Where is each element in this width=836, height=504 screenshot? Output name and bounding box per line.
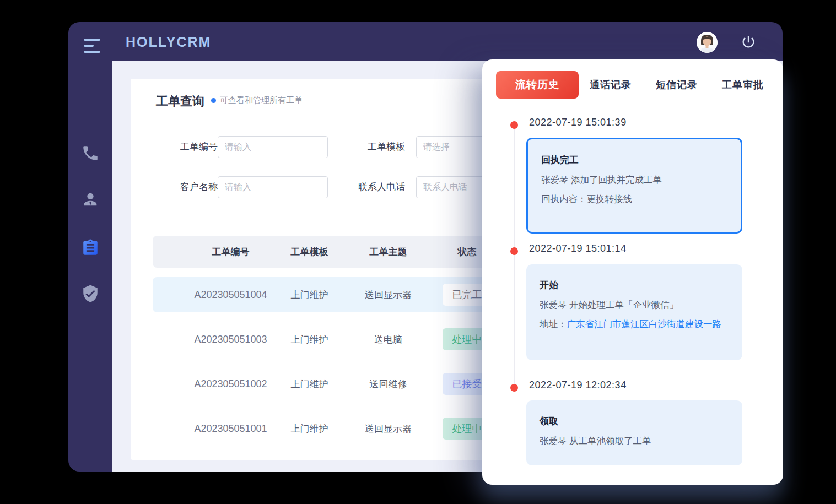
tab-order-approval[interactable]: 工单审批 xyxy=(722,78,764,91)
filter-label-template: 工单模板 xyxy=(339,136,405,158)
timeline-card-start[interactable]: 开始 张爱琴 开始处理工单「企业微信」 地址： 广东省江门市蓬江区白沙街道建设一… xyxy=(526,264,742,360)
cell-order-id: A202305051004 xyxy=(191,289,270,301)
timeline-card-line: 张爱琴 从工单池领取了工单 xyxy=(540,435,729,448)
timeline-card-line: 回执内容：更换转接线 xyxy=(541,193,727,206)
timeline-timestamp: 2022-07-19 12:02:34 xyxy=(529,380,627,391)
cell-template: 上门维护 xyxy=(270,289,349,301)
cell-template: 上门维护 xyxy=(270,378,349,391)
timeline-card-title: 领取 xyxy=(540,415,729,427)
tab-flow-history[interactable]: 流转历史 xyxy=(496,71,579,99)
filter-input-customer[interactable] xyxy=(218,176,328,198)
table-header-order-id: 工单编号 xyxy=(191,246,270,258)
page-title: 工单查询 xyxy=(156,93,204,110)
page-subtitle: 可查看和管理所有工单 xyxy=(220,95,303,106)
sidebar-item-workorders-active[interactable] xyxy=(81,239,100,257)
timeline-card-claimed[interactable]: 领取 张爱琴 从工单池领取了工单 xyxy=(526,400,742,465)
filter-label-contact-phone: 联系人电话 xyxy=(339,176,405,198)
cell-order-id: A202305051001 xyxy=(191,423,270,435)
table-header-subject: 工单主题 xyxy=(349,246,428,258)
tab-call-records[interactable]: 通话记录 xyxy=(590,78,632,91)
cell-template: 上门维护 xyxy=(270,422,349,435)
tab-sms-records[interactable]: 短信记录 xyxy=(656,78,698,91)
cell-order-id: A202305051002 xyxy=(191,378,270,390)
timeline-dot xyxy=(510,121,518,129)
timeline-timestamp: 2022-07-19 15:01:39 xyxy=(529,117,627,128)
cell-subject: 送回显示器 xyxy=(349,422,428,435)
sidebar-item-calls[interactable] xyxy=(81,144,100,162)
workorder-detail-panel: 流转历史 通话记录 短信记录 工单审批 2022-07-19 15:01:39 … xyxy=(482,59,783,485)
timeline-card-title: 回执完工 xyxy=(541,154,727,166)
address-link[interactable]: 广东省江门市蓬江区白沙街道建设一路 xyxy=(567,318,730,331)
filter-label-customer: 客户名称 xyxy=(152,176,218,198)
tabs-divider xyxy=(499,106,744,106)
timeline-line xyxy=(514,129,515,391)
timeline-card-title: 开始 xyxy=(540,279,729,291)
timeline-card-completed[interactable]: 回执完工 张爱琴 添加了回执并完成工单 回执内容：更换转接线 xyxy=(526,138,742,234)
cell-subject: 送回维修 xyxy=(349,378,428,391)
cell-subject: 送回显示器 xyxy=(349,289,428,301)
timeline-dot xyxy=(510,384,518,392)
cell-subject: 送电脑 xyxy=(349,333,428,346)
filter-label-order-id: 工单编号 xyxy=(152,136,218,158)
address-label: 地址： xyxy=(540,318,567,331)
table-header-template: 工单模板 xyxy=(270,246,349,258)
user-avatar[interactable] xyxy=(697,32,718,53)
menu-hamburger-icon[interactable] xyxy=(84,39,101,55)
sidebar-item-security[interactable] xyxy=(81,284,100,303)
cell-order-id: A202305051003 xyxy=(191,334,270,345)
detail-tabs: 流转历史 通话记录 短信记录 工单审批 xyxy=(496,71,764,99)
timeline-dot xyxy=(510,247,518,255)
filter-input-order-id[interactable] xyxy=(218,136,328,158)
subtitle-dot xyxy=(211,98,216,103)
timeline-card-line: 张爱琴 开始处理工单「企业微信」 xyxy=(540,299,729,312)
cell-template: 上门维护 xyxy=(270,333,349,346)
timeline-card-line: 张爱琴 添加了回执并完成工单 xyxy=(541,174,727,187)
sidebar-item-customers[interactable] xyxy=(81,190,100,209)
logout-power-icon[interactable] xyxy=(741,34,756,50)
timeline-timestamp: 2022-07-19 15:01:14 xyxy=(529,243,627,254)
brand-logo: HOLLYCRM xyxy=(126,34,211,50)
